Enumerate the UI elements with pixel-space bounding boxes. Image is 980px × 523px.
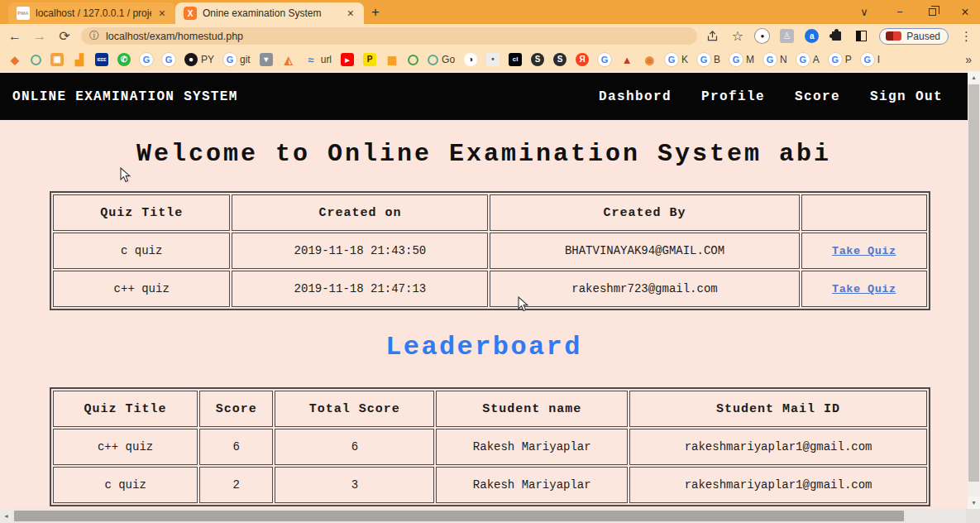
extensions-puzzle-icon[interactable] (829, 29, 844, 43)
bookmark-google-a[interactable]: GA (796, 53, 820, 66)
share-icon[interactable] (705, 29, 719, 43)
bookmark-google-p[interactable]: GP (829, 53, 852, 66)
bookmark-google-m[interactable]: GM (729, 53, 754, 66)
bookmark-orange-badge[interactable]: ▣ (50, 53, 64, 66)
bookmark-google-i-icon: G (861, 53, 874, 66)
url-text[interactable]: localhost/exam/homestud.php (106, 31, 243, 42)
bookmark-url[interactable]: ≈url (304, 53, 332, 66)
bookmark-label: I (877, 54, 880, 65)
bookmark-diamond[interactable]: ◆ (8, 53, 22, 66)
extension-panda-icon[interactable]: ● (755, 29, 769, 43)
quiz-table: Quiz Title Created on Created By c quiz … (50, 191, 930, 310)
tab-phpmyadmin[interactable]: PMA localhost / 127.0.0.1 / project / st… (8, 2, 175, 24)
bookmark-google-2[interactable]: G (162, 53, 175, 66)
leaderboard-heading: Leaderboard (0, 332, 968, 362)
col-created-on: Created on (232, 194, 488, 231)
bookmark-person[interactable]: • (486, 53, 500, 66)
table-row: c quiz 2 3 Rakesh Mariyaplar rakeshmariy… (53, 467, 927, 503)
total-cell: 6 (275, 429, 434, 465)
bookmark-label: Go (442, 54, 455, 65)
bookmark-cl[interactable]: cl (509, 53, 522, 66)
bookmark-google-n[interactable]: GN (763, 53, 787, 66)
created-by-cell: BHATVINAYAK94@GMAIL.COM (490, 233, 799, 269)
bookmark-gray-tool-icon: ▾ (260, 53, 273, 66)
bookmark-label: M (746, 54, 754, 65)
scroll-up-icon[interactable]: ▴ (968, 71, 980, 84)
site-info-icon[interactable]: ⓘ (89, 29, 99, 43)
bookmark-url-icon: ≈ (304, 53, 318, 66)
bookmark-google-1-icon: G (140, 53, 153, 66)
bookmark-github-py[interactable]: ●PY (184, 53, 214, 66)
bookmark-whatsapp[interactable]: ✆ (117, 53, 131, 66)
extension-a-icon[interactable]: a (805, 29, 819, 43)
bookmark-youtube[interactable]: ▶ (341, 53, 354, 66)
scroll-left-icon[interactable]: ◂ (0, 509, 12, 523)
bookmark-google-1[interactable]: G (140, 53, 153, 66)
bookmark-analytics-icon: ▟ (73, 53, 86, 66)
reload-icon[interactable]: ⟳ (56, 28, 73, 44)
phpmyadmin-favicon-icon: PMA (17, 7, 30, 20)
bookmark-google-3[interactable]: G (598, 53, 611, 66)
bookmark-gray-tool[interactable]: ▾ (260, 53, 273, 66)
take-quiz-link[interactable]: Take Quiz (832, 283, 896, 295)
bookmark-analytics[interactable]: ▟ (73, 53, 86, 66)
bookmark-matlab[interactable]: ▲ (620, 53, 633, 66)
bookmark-cl-icon: cl (509, 53, 522, 66)
vertical-scroll-thumb[interactable] (968, 84, 979, 482)
col-score: Score (199, 391, 273, 427)
bookmark-duck[interactable]: ◑ (464, 53, 477, 66)
forward-icon[interactable]: → (31, 29, 48, 44)
restore-button[interactable] (929, 8, 936, 16)
bookmark-google-a-icon: G (796, 53, 810, 66)
bookmark-google-git[interactable]: Ggit (223, 53, 251, 66)
tab-exam-system[interactable]: X Onine examination System × (175, 2, 364, 24)
horizontal-scrollbar[interactable]: ◂ (0, 509, 966, 523)
extension-person-icon[interactable]: ♙ (780, 29, 794, 43)
bookmark-label: git (240, 54, 251, 65)
bookmark-orange-badge-icon: ▣ (50, 53, 64, 66)
vertical-scrollbar[interactable]: ▴ ▾ (968, 71, 980, 509)
scroll-down-icon[interactable]: ▾ (968, 497, 980, 509)
tab-search-icon[interactable]: ∨ (858, 6, 871, 18)
nav-link-signout[interactable]: Sign Out (870, 89, 943, 104)
close-button[interactable]: × (958, 5, 972, 20)
bookmark-yandex[interactable]: Я (576, 53, 589, 66)
bookmark-pma[interactable]: ◭ (282, 53, 295, 66)
minimize-button[interactable]: − (893, 6, 906, 18)
leaderboard-table: Quiz Title Score Total Score Student nam… (50, 387, 930, 506)
leaderboard-header-row: Quiz Title Score Total Score Student nam… (53, 391, 927, 427)
bookmark-s-2[interactable]: S (553, 53, 566, 66)
nav-link-dashboard[interactable]: Dashbord (599, 89, 672, 104)
bookmark-google-p-icon: G (829, 53, 842, 66)
bookmark-p-yellow[interactable]: P (363, 53, 376, 66)
bookmark-ieee[interactable]: IEEE (95, 53, 108, 66)
horizontal-scroll-thumb[interactable] (14, 511, 904, 521)
bookmark-s-1[interactable]: S (531, 53, 544, 66)
bookmark-camera[interactable]: ▦ (385, 53, 399, 66)
download-paused-button[interactable]: Paused (879, 28, 949, 45)
bookmark-star-icon[interactable]: ☆ (730, 29, 744, 43)
new-tab-button[interactable]: + (364, 2, 387, 23)
bookmark-label: K (681, 54, 688, 65)
nav-link-profile[interactable]: Profile (701, 89, 765, 104)
take-quiz-link[interactable]: Take Quiz (832, 245, 896, 257)
nav-link-score[interactable]: Score (795, 89, 840, 104)
bookmark-gfg[interactable] (31, 55, 41, 65)
address-bar[interactable]: ⓘ localhost/exam/homestud.php (81, 27, 697, 45)
bookmark-google-i[interactable]: GI (861, 53, 880, 66)
back-icon[interactable]: ← (7, 29, 23, 44)
darkreader-icon[interactable] (854, 29, 868, 43)
bookmarks-overflow-icon[interactable]: » (965, 53, 972, 66)
bookmark-s-1-icon: S (531, 53, 544, 66)
col-student-mail: Student Mail ID (629, 391, 927, 427)
bookmark-google-b[interactable]: GB (697, 53, 720, 66)
bookmark-label: N (780, 54, 787, 65)
bookmark-gfg-go[interactable]: Go (428, 54, 455, 65)
tab-close-icon[interactable]: × (157, 7, 167, 20)
bookmark-green-ring[interactable] (408, 55, 418, 65)
bookmark-green-ring-icon (408, 55, 418, 65)
browser-menu-icon[interactable]: ⋮ (959, 29, 973, 43)
bookmark-eye[interactable]: ◉ (643, 53, 656, 66)
bookmark-google-k[interactable]: GK (665, 53, 688, 66)
tab-close-icon[interactable]: × (346, 7, 356, 20)
